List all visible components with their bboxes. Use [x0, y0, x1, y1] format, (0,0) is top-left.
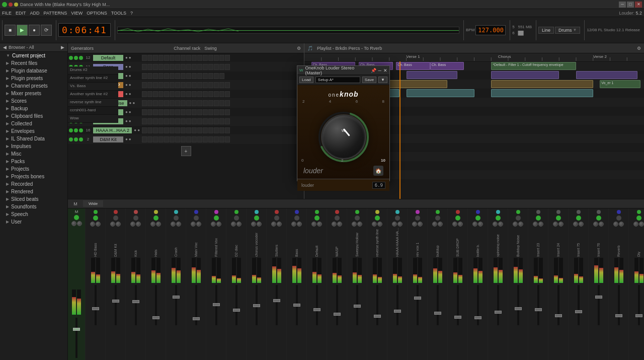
pad[interactable] [147, 100, 152, 106]
pad[interactable] [225, 136, 230, 142]
plugin-minimize-btn[interactable]: ─ [378, 68, 381, 73]
pad[interactable] [219, 118, 224, 124]
pad[interactable] [203, 64, 208, 70]
ch-knob-2[interactable] [377, 222, 382, 227]
ch-fader-thumb[interactable] [112, 300, 119, 303]
pad[interactable] [181, 109, 186, 115]
pattern-block[interactable]: Ch. Bass [396, 62, 430, 70]
record-button[interactable]: ● [29, 25, 40, 36]
pad[interactable] [225, 82, 230, 88]
ch-knob-2[interactable] [579, 222, 584, 227]
send-btn[interactable] [496, 215, 501, 221]
pad[interactable] [181, 73, 186, 79]
ch-vol-knob-4[interactable]: ● [125, 83, 128, 87]
pad[interactable] [192, 118, 197, 124]
pad[interactable] [197, 64, 202, 70]
pad[interactable] [153, 64, 158, 70]
pad[interactable] [153, 136, 158, 142]
pad[interactable] [170, 64, 175, 70]
play-button[interactable]: ▶ [17, 25, 28, 36]
pad[interactable] [214, 100, 219, 106]
ch-knob-2[interactable] [518, 222, 523, 227]
stop-button[interactable]: ■ [5, 25, 16, 36]
pad[interactable] [214, 73, 219, 79]
pad[interactable] [147, 91, 152, 97]
pad[interactable] [164, 64, 169, 70]
master-knob-2[interactable] [77, 221, 82, 226]
ch-knob-1[interactable] [432, 222, 437, 227]
pad[interactable] [192, 127, 197, 133]
ch-fader-thumb[interactable] [193, 317, 200, 320]
ch-fader-thumb[interactable] [535, 308, 542, 311]
send-btn[interactable] [455, 215, 460, 221]
ch-knob-2[interactable] [397, 222, 403, 227]
ch-mute-light-10[interactable] [74, 137, 78, 141]
send-btn[interactable] [314, 215, 319, 221]
pad[interactable] [164, 73, 169, 79]
pad[interactable] [147, 64, 152, 70]
ch-fader-thumb[interactable] [474, 316, 481, 319]
pad[interactable] [186, 91, 191, 97]
pad[interactable] [192, 73, 197, 79]
pad[interactable] [208, 82, 213, 88]
pad[interactable] [181, 127, 186, 133]
ch-knob-2[interactable] [498, 222, 503, 227]
send-btn[interactable] [516, 215, 521, 221]
pad[interactable] [142, 73, 147, 79]
pad[interactable] [142, 82, 147, 88]
ch-fader-thumb[interactable] [615, 314, 622, 317]
ch-knob-2[interactable] [257, 222, 262, 227]
send-btn[interactable] [475, 215, 480, 221]
pattern-block-4c[interactable] [491, 89, 593, 97]
ch-fader-thumb[interactable] [293, 304, 300, 307]
menu-patterns[interactable]: PATTERNS [44, 11, 67, 16]
sidebar-item-recorded[interactable]: ▶ Recorded [0, 180, 67, 188]
close-btn-title[interactable] [9, 3, 13, 7]
pad[interactable] [158, 118, 164, 124]
sidebar-item-current-project[interactable]: ▼ Current project [0, 52, 67, 59]
pad[interactable] [219, 127, 224, 133]
ch-fader-thumb[interactable] [515, 307, 522, 310]
sidebar-item-impulses[interactable]: ▶ Impulses [0, 142, 67, 150]
ch-fader-thumb[interactable] [233, 309, 240, 312]
ch-knob-1[interactable] [271, 222, 276, 227]
send-btn[interactable] [576, 215, 581, 221]
pad[interactable] [158, 127, 164, 133]
preset-load-button[interactable]: Load [299, 77, 313, 83]
pad[interactable] [175, 100, 180, 106]
pad[interactable] [203, 100, 208, 106]
pad[interactable] [153, 91, 158, 97]
send-btn[interactable] [254, 215, 259, 221]
send-btn[interactable] [335, 215, 340, 221]
ch-pan-knob-7[interactable]: ● [129, 110, 131, 114]
ch-fader-thumb[interactable] [132, 300, 139, 303]
send-btn[interactable] [74, 215, 79, 220]
ch-knob-2[interactable] [478, 222, 483, 227]
pad[interactable] [175, 118, 180, 124]
pad[interactable] [203, 82, 208, 88]
send-btn[interactable] [153, 215, 158, 221]
pad[interactable] [203, 118, 208, 124]
pad[interactable] [164, 127, 169, 133]
ch-fader-thumb[interactable] [273, 299, 280, 302]
ch-fader-thumb[interactable] [152, 316, 159, 319]
bpm-display[interactable]: 127.000 [475, 25, 506, 35]
send-btn[interactable] [375, 215, 380, 221]
menu-edit[interactable]: EDIT [16, 11, 26, 16]
pad[interactable] [175, 82, 180, 88]
plugin-value-display[interactable]: 6.9 [372, 182, 385, 189]
ch-fader-thumb[interactable] [173, 296, 180, 299]
pad[interactable] [208, 55, 213, 61]
ch-knob-2[interactable] [639, 222, 644, 227]
pad[interactable] [170, 91, 175, 97]
pad[interactable] [214, 91, 219, 97]
sidebar-item-recent-files[interactable]: ▶ Recent files [0, 59, 67, 67]
pad[interactable] [225, 64, 230, 70]
ch-knob-1[interactable] [251, 222, 256, 227]
ch-knob-1[interactable] [533, 222, 538, 227]
pad[interactable] [181, 100, 186, 106]
ch-knob-2[interactable] [216, 222, 221, 227]
pad[interactable] [219, 136, 224, 142]
ch-knob-1[interactable] [110, 222, 115, 227]
pattern-block-2b[interactable] [407, 71, 457, 79]
